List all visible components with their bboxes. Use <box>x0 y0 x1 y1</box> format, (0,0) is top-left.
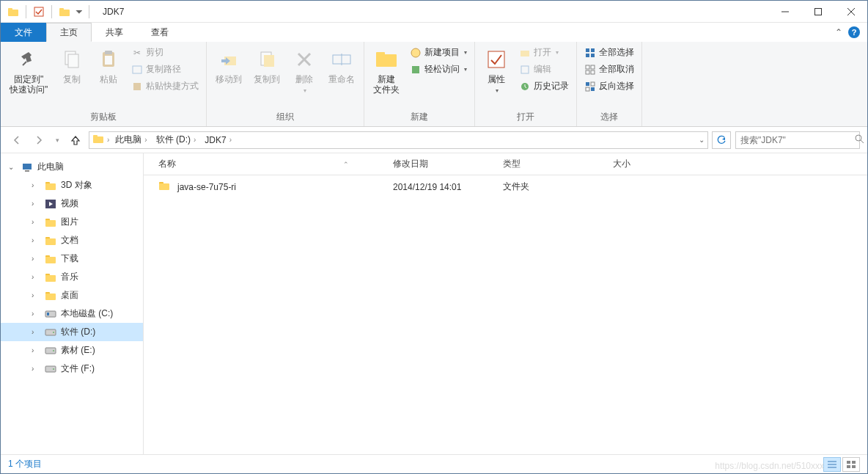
copy-button[interactable]: 复制 <box>55 45 89 87</box>
tree-item[interactable]: ›文件 (F:) <box>1 360 143 378</box>
tree-item[interactable]: ›图片 <box>1 213 143 231</box>
chevron-icon[interactable]: › <box>32 218 40 226</box>
tree-item[interactable]: ›下载 <box>1 249 143 268</box>
svg-rect-1 <box>8 10 18 16</box>
delete-button[interactable]: 删除▾ <box>287 45 321 97</box>
svg-rect-63 <box>45 293 56 300</box>
svg-rect-15 <box>133 66 141 73</box>
explorer-icon[interactable] <box>56 4 73 20</box>
ribbon-group-open: 属性▾ 打开▾ 编辑 历史记录 打开 <box>475 42 577 126</box>
svg-point-71 <box>53 368 54 370</box>
file-row[interactable]: java-se-7u75-ri2014/12/19 14:01文件夹 <box>144 175 867 198</box>
paste-button[interactable]: 粘贴 <box>92 45 125 87</box>
chevron-icon[interactable]: › <box>32 310 40 318</box>
back-button[interactable] <box>8 131 26 149</box>
address-bar[interactable]: › 此电脑› 软件 (D:)› JDK7› ⌄ <box>89 131 708 149</box>
tree-item[interactable]: ›视频 <box>1 194 143 213</box>
tree-item[interactable]: ›桌面 <box>1 286 143 305</box>
selectall-button[interactable]: 全部选择 <box>581 45 637 60</box>
column-date[interactable]: 修改日期 <box>393 158 503 170</box>
tree-item[interactable]: ›文档 <box>1 231 143 249</box>
svg-rect-33 <box>591 48 595 52</box>
tree-item-label: 视频 <box>61 197 78 210</box>
newfolder-button[interactable]: 新建 文件夹 <box>369 45 404 98</box>
tab-view[interactable]: 查看 <box>137 23 183 42</box>
close-button[interactable] <box>834 1 867 22</box>
up-button[interactable] <box>67 131 84 149</box>
cut-button[interactable]: ✂剪切 <box>128 45 202 60</box>
copyto-button[interactable]: 复制到 <box>249 45 284 87</box>
svg-rect-35 <box>591 54 595 57</box>
tree-item-label: 文档 <box>61 234 78 247</box>
column-size[interactable]: 大小 <box>613 158 672 170</box>
copypath-button[interactable]: 复制路径 <box>128 62 202 77</box>
chevron-icon[interactable]: › <box>32 273 40 281</box>
svg-rect-6 <box>814 8 821 15</box>
thumbnails-view-button[interactable] <box>842 457 860 472</box>
easyaccess-button[interactable]: 轻松访问▾ <box>407 62 470 77</box>
tree-item-icon <box>45 290 56 302</box>
chevron-icon[interactable]: › <box>32 181 40 189</box>
tree-root-thispc[interactable]: ⌄ 此电脑 <box>1 158 143 176</box>
tree-item[interactable]: ›素材 (E:) <box>1 341 143 360</box>
tree-item-label: 下载 <box>61 252 78 265</box>
selectnone-icon <box>584 64 596 76</box>
maximize-button[interactable] <box>801 1 834 22</box>
history-button[interactable]: 历史记录 <box>516 79 572 94</box>
pasteshortcut-button[interactable]: 粘贴快捷方式 <box>128 79 202 94</box>
tree-item[interactable]: ›3D 对象 <box>1 176 143 194</box>
tree-item-icon <box>45 345 56 357</box>
chevron-icon[interactable]: › <box>32 200 40 208</box>
tree-item[interactable]: ›音乐 <box>1 268 143 286</box>
address-dropdown-icon[interactable]: ⌄ <box>699 136 705 144</box>
navigation-bar: ▾ › 此电脑› 软件 (D:)› JDK7› ⌄ <box>1 127 867 153</box>
search-input[interactable] <box>740 135 850 145</box>
qat-dropdown-icon[interactable]: ⏷ <box>74 4 84 20</box>
chevron-icon[interactable]: › <box>32 291 40 299</box>
breadcrumb-2[interactable]: JDK7› <box>202 135 235 145</box>
svg-rect-30 <box>521 66 529 73</box>
tab-share[interactable]: 共享 <box>92 23 137 42</box>
column-headers: 名称⌃ 修改日期 类型 大小 <box>144 153 867 175</box>
open-button[interactable]: 打开▾ <box>516 45 572 60</box>
rename-button[interactable]: 重命名 <box>324 45 359 87</box>
properties-qat-icon[interactable] <box>31 4 47 20</box>
tab-file[interactable]: 文件 <box>1 23 46 42</box>
chevron-icon[interactable]: › <box>32 346 40 354</box>
newitem-button[interactable]: 新建项目▾ <box>407 45 470 60</box>
chevron-icon[interactable]: › <box>32 255 40 263</box>
selectnone-button[interactable]: 全部取消 <box>581 62 637 77</box>
svg-line-9 <box>23 62 26 65</box>
refresh-button[interactable] <box>712 131 731 149</box>
svg-rect-39 <box>591 70 595 74</box>
collapse-ribbon-icon[interactable]: ⌃ <box>835 27 842 37</box>
forward-button[interactable] <box>30 131 48 149</box>
selectinvert-button[interactable]: 反向选择 <box>581 79 637 94</box>
properties-button[interactable]: 属性▾ <box>479 45 513 97</box>
details-view-button[interactable] <box>823 457 841 472</box>
chevron-icon[interactable]: › <box>32 236 40 244</box>
svg-rect-41 <box>591 82 595 86</box>
help-icon[interactable]: ? <box>848 26 860 38</box>
breadcrumb-0[interactable]: 此电脑› <box>112 134 150 146</box>
chevron-down-icon[interactable]: ⌄ <box>8 163 17 171</box>
column-name[interactable]: 名称⌃ <box>158 158 393 170</box>
moveto-button[interactable]: 移动到 <box>211 45 246 87</box>
svg-point-46 <box>856 135 861 141</box>
tab-home[interactable]: 主页 <box>46 23 92 42</box>
recent-dropdown[interactable]: ▾ <box>52 131 62 149</box>
chevron-icon[interactable]: › <box>32 365 40 373</box>
edit-button[interactable]: 编辑 <box>516 62 572 77</box>
column-type[interactable]: 类型 <box>503 158 613 170</box>
tree-item[interactable]: ›软件 (D:) <box>1 323 143 341</box>
chevron-icon[interactable]: › <box>32 328 40 336</box>
svg-point-67 <box>53 332 54 333</box>
minimize-button[interactable] <box>768 1 801 22</box>
tree-item-label: 文件 (F:) <box>61 362 95 375</box>
svg-rect-78 <box>852 461 856 464</box>
tree-item[interactable]: ›本地磁盘 (C:) <box>1 305 143 323</box>
ribbon-tabs: 文件 主页 共享 查看 ⌃ ? <box>1 23 867 42</box>
pin-quickaccess-button[interactable]: 固定到" 快速访问" <box>5 45 52 98</box>
search-box[interactable] <box>735 131 860 149</box>
breadcrumb-1[interactable]: 软件 (D:)› <box>153 134 199 146</box>
